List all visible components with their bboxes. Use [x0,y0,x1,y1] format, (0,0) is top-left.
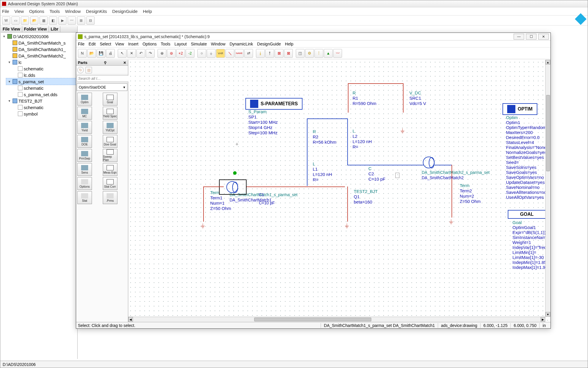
plot-button[interactable]: 〰 [333,49,342,58]
tool-10[interactable]: ⊟ [86,16,95,25]
undo-button[interactable]: ↶ [136,49,145,58]
smenu-dynamiclink[interactable]: DynamicLink [230,42,253,46]
new-button[interactable]: N [78,49,87,58]
tab-folderview[interactable]: Folder View [22,26,49,32]
pal-mc[interactable]: MC [77,107,92,120]
smenu-designguide[interactable]: DesignGuide [257,42,281,46]
smenu-select[interactable]: Select [100,42,111,46]
tool-4[interactable]: 📂 [30,16,38,25]
parts-close-icon[interactable]: ✕ [123,61,126,65]
wire-button[interactable]: ＼ [225,49,234,58]
name-button[interactable]: NAME [235,49,244,58]
search-input[interactable] [77,75,129,82]
tree-item[interactable]: symbol [11,111,77,117]
parts-category-combo[interactable]: Optim/Stat/DOE ▾ [77,83,127,91]
pal-stat[interactable]: Stat [77,191,92,204]
scroll-thumb[interactable] [546,95,550,171]
scroll-left-icon[interactable]: ◀ [128,317,133,322]
open-button[interactable]: 📂 [87,49,96,58]
pal-options[interactable]: Options [77,177,92,190]
tree-item[interactable]: lc.dds [11,72,77,78]
tree[interactable]: ▾ D:\ADS\20201006 DA_SmithChartMatch_s D… [1,33,77,118]
main-menubar[interactable]: File View Options Tools Window DesignKit… [0,7,588,16]
close-button[interactable]: ✕ [538,34,549,40]
pal-doegoal[interactable]: Doe Goal [103,135,117,148]
pal-sweepplan[interactable]: Sweep Plan [103,149,117,162]
toggle-icon[interactable]: ▾ [7,99,11,103]
goal-box[interactable]: GOAL [508,210,546,219]
minimize-button[interactable]: — [514,34,524,40]
tab-lib[interactable]: Libr [49,26,60,32]
smenu-help[interactable]: Help [285,42,293,46]
tune-button[interactable]: ᛙ [314,49,323,58]
redo-button[interactable]: ↷ [146,49,155,58]
tree-item[interactable]: ▾lc [6,59,77,65]
pal-doe[interactable]: DOE [77,135,92,148]
tool-1[interactable]: W [2,16,10,25]
smithchart2-symbol[interactable] [423,157,435,168]
smenu-tools[interactable]: Tools [161,42,170,46]
mirror-button[interactable]: ⇄ [244,49,253,58]
menu-help[interactable]: Help [143,9,152,14]
cursor-button[interactable]: ↖ [118,49,127,58]
rotate-button[interactable]: +2 [176,49,185,58]
smenu-file[interactable]: File [78,42,85,46]
parts-pin-icon[interactable]: ⚲ [104,61,107,65]
maximize-button[interactable]: ☐ [526,34,536,40]
goup-button[interactable]: ▲ [324,49,333,58]
pal-prms[interactable]: .Prms [103,191,117,204]
pal-optim[interactable]: Optim [77,93,92,106]
tool-2[interactable]: ▭ [11,16,20,25]
smenu-simulate[interactable]: Simulate [191,42,207,46]
deact1-button[interactable]: ⊠ [275,49,283,58]
smenu-view[interactable]: View [115,42,124,46]
optim-box[interactable]: OPTIM [502,103,537,115]
smenu-options[interactable]: Options [143,42,157,46]
sub-titlebar[interactable]: s_parma_set [20141023_lib:s_parma_set:sc… [76,33,551,40]
pal-prmswp[interactable]: PrmSwp [77,149,92,162]
tree-item[interactable]: DA_SmithChartMatch1_ [6,46,77,52]
pal-goal[interactable]: Goal [103,93,117,106]
toggle-icon[interactable]: ▾ [2,34,6,38]
tool-6[interactable]: ◧ [49,16,57,25]
tree-tabs[interactable]: File View Folder View Libr [1,26,77,33]
menu-view[interactable]: View [14,9,24,14]
gnd-button[interactable]: ⏚ [207,49,216,58]
toggle-icon[interactable]: ▾ [7,79,11,84]
history-icon[interactable]: ↻ [77,67,84,73]
canvas-area[interactable]: S-PARAMETERS S_Param SP1 Start=100 MHz S… [128,60,551,322]
zoomext-button[interactable]: ⊚ [167,49,176,58]
circle-button[interactable]: ○ [197,49,206,58]
menu-tools[interactable]: Tools [49,9,60,14]
print-button[interactable]: 🖨 [106,49,115,58]
pal-measeqn[interactable]: Meas Eqn [103,163,117,176]
menu-options[interactable]: Options [29,9,44,14]
menu-designkits[interactable]: DesignKits [86,9,107,14]
menu-designguide[interactable]: DesignGuide [112,9,138,14]
menu-window[interactable]: Window [65,9,81,14]
smenu-layout[interactable]: Layout [175,42,187,46]
horizontal-scrollbar[interactable]: ◀ ▶ [128,317,545,322]
pal-statcorr[interactable]: Stat Corr [103,177,117,190]
tree-item[interactable]: ▾TEST2_BJT [6,98,77,104]
save-button[interactable]: 💾 [97,49,105,58]
tree-item[interactable]: ▾s_parma_set [6,78,77,85]
tool-9[interactable]: ⊞ [77,16,85,25]
zoom-button[interactable]: ⊕ [158,49,166,58]
libbrowser-icon[interactable]: ▤ [86,67,92,73]
tree-item[interactable]: schematic [11,85,77,91]
smenu-window[interactable]: Window [211,42,225,46]
sub-menubar[interactable]: File Edit Select View Insert Options Too… [76,40,551,48]
rotate2-button[interactable]: -2 [186,49,194,58]
pal-sens[interactable]: Sens [77,163,92,176]
menu-file[interactable]: File [2,9,9,14]
tool-8[interactable]: 〰 [68,16,76,25]
scroll-down-icon[interactable]: ▼ [546,312,550,317]
smenu-insert[interactable]: Insert [128,42,139,46]
var-button[interactable]: VAR [216,49,225,58]
push-button[interactable]: ⭳ [256,49,265,58]
vertical-scrollbar[interactable]: ▲ ▼ [545,60,551,317]
deact2-button[interactable]: ⊠ [284,49,293,58]
pal-yieldspec[interactable]: Yield Spec [103,107,117,120]
scroll-up-icon[interactable]: ▲ [546,60,550,65]
